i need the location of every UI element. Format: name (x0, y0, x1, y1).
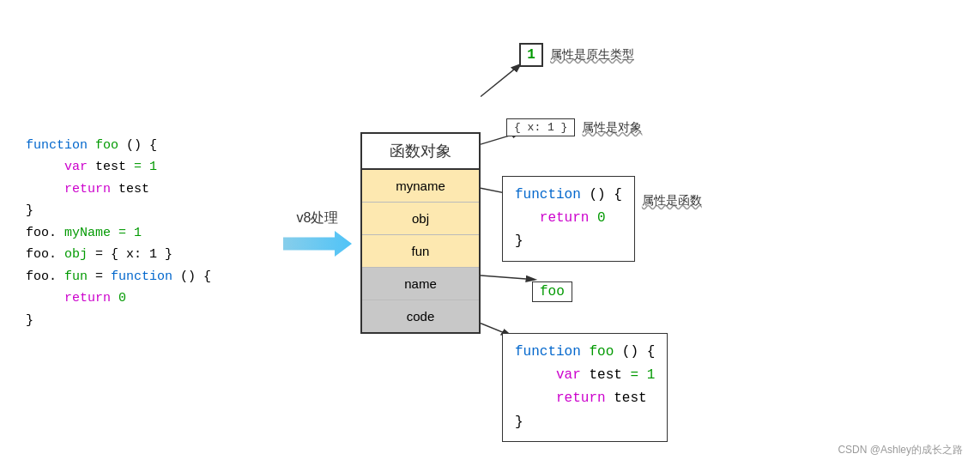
code-line-3: return test (26, 179, 257, 201)
func-code-line-1: function () { (515, 184, 622, 207)
ann3-label: 属性是函数 (642, 193, 702, 209)
code-line-1: function foo () { (26, 135, 257, 157)
arrow-label: v8处理 (297, 209, 339, 227)
foo-code-line-1: function foo () { (515, 341, 655, 364)
func-name-foo: foo (95, 138, 118, 153)
code-line-7: foo. fun = function () { (26, 266, 257, 288)
annotation-4: foo (532, 281, 572, 302)
keyword-function: function (26, 138, 88, 153)
func-code-line-3: } (515, 230, 622, 253)
code-line-4: } (26, 200, 257, 222)
foo-box: foo (532, 281, 572, 302)
function-foo-code-box: function foo () { var test = 1 return te… (502, 333, 668, 442)
annotation-3: function () { return 0 } 属性是函数 (502, 176, 702, 262)
foo-code-line-2: var test = 1 (515, 364, 655, 387)
keyword-function-2: function (111, 269, 172, 284)
obj-box: { x: 1 } (506, 118, 575, 136)
prop-myname: myName (64, 226, 111, 240)
annotation-5: function foo () { var test = 1 return te… (502, 333, 668, 442)
keyword-var: var (64, 160, 88, 174)
foo-code-line-4: } (515, 411, 655, 434)
code-line-9: } (26, 310, 257, 332)
code-line-8: return 0 (26, 287, 257, 310)
code-line-5: foo. myName = 1 (26, 222, 257, 245)
big-arrow (283, 231, 352, 257)
main-container: function foo () { var test = 1 return te… (0, 0, 980, 466)
watermark: CSDN @Ashley的成长之路 (838, 443, 963, 457)
func-object-row-myname: myname (362, 170, 479, 203)
function-code-box: function () { return 0 } (502, 176, 635, 262)
equals-1: = 1 (134, 160, 157, 174)
annotation-1: 1 属性是原生类型 (519, 43, 634, 67)
v8-arrow-section: v8处理 (275, 209, 360, 257)
annotation-2: { x: 1 } 属性是对象 (506, 118, 642, 136)
func-object-box: 函数对象 myname obj fun name code (360, 132, 481, 334)
ann2-label: 属性是对象 (582, 120, 642, 136)
prop-obj: obj (64, 247, 88, 262)
func-object-row-code: code (362, 300, 479, 332)
svg-line-0 (481, 65, 520, 97)
foo-code-line-3: return test (515, 387, 655, 410)
keyword-return-1: return (64, 182, 111, 197)
code-line-2: var test = 1 (26, 156, 257, 179)
func-object-row-name: name (362, 268, 479, 300)
assign-1: = 1 (118, 226, 142, 240)
func-object-row-obj: obj (362, 203, 479, 235)
keyword-return-2: return (64, 291, 111, 306)
code-block: function foo () { var test = 1 return te… (9, 122, 275, 345)
func-code-line-2: return 0 (515, 207, 622, 230)
func-object-title: 函数对象 (362, 134, 479, 170)
svg-line-3 (481, 275, 535, 280)
code-line-6: foo. obj = { x: 1 } (26, 244, 257, 266)
number-box-1: 1 (519, 43, 543, 67)
func-object-row-fun: fun (362, 235, 479, 268)
ann1-label: 属性是原生类型 (550, 47, 634, 63)
prop-fun: fun (64, 269, 88, 284)
annotations-area: 1 属性是原生类型 { x: 1 } 属性是对象 function () { r… (481, 17, 971, 449)
